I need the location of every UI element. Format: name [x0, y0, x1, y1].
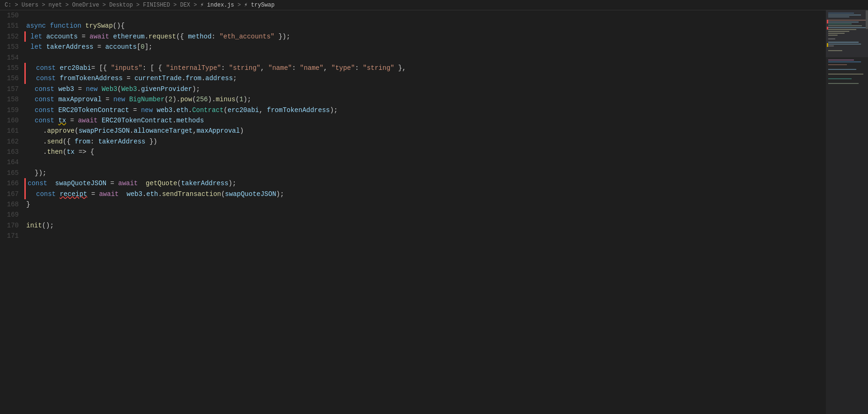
breadcrumb: C: > Users > nyet > OneDrive > Desktop >… — [0, 0, 868, 10]
code-line-157: const web3 = new Web3(Web3.givenProvider… — [24, 84, 826, 94]
ln-150: 150 — [6, 10, 19, 21]
ln-156: 156 — [6, 73, 19, 83]
svg-rect-25 — [828, 78, 852, 79]
editor-area: C: > Users > nyet > OneDrive > Desktop >… — [0, 0, 868, 414]
code-line-162: .send({ from: takerAddress }) — [24, 136, 826, 147]
svg-rect-19 — [866, 10, 868, 29]
ln-155: 155 — [6, 63, 19, 73]
ln-166: 166 — [6, 178, 19, 188]
svg-rect-23 — [828, 69, 856, 70]
svg-rect-18 — [826, 10, 868, 57]
svg-rect-27 — [827, 43, 828, 47]
svg-rect-20 — [828, 60, 854, 60]
svg-rect-22 — [828, 64, 847, 65]
ln-170: 170 — [6, 220, 19, 231]
ln-168: 168 — [6, 199, 19, 210]
code-line-153: let takerAddress = accounts[0]; — [24, 42, 826, 52]
ln-165: 165 — [6, 168, 19, 178]
code-line-150 — [24, 10, 826, 21]
ln-159: 159 — [6, 105, 19, 115]
code-lines: async function trySwap(){ let accounts =… — [24, 10, 826, 414]
code-line-166: const swapQuoteJSON = await getQuote(tak… — [24, 178, 826, 188]
code-line-152: let accounts = await ethereum.request({ … — [24, 31, 826, 42]
svg-rect-29 — [827, 27, 828, 30]
code-line-158: const maxApproval = new BigNumber(2).pow… — [24, 94, 826, 105]
breadcrumb-separator: > — [234, 2, 245, 8]
svg-rect-24 — [828, 74, 863, 75]
code-line-161: .approve(swapPriceJSON.allowanceTarget,m… — [24, 126, 826, 136]
code-line-168: } — [24, 199, 826, 210]
code-line-171 — [24, 231, 826, 241]
code-line-165: }); — [24, 168, 826, 178]
ln-153: 153 — [6, 42, 19, 52]
ln-163: 163 — [6, 147, 19, 157]
code-line-151: async function trySwap(){ — [24, 21, 826, 31]
ln-167: 167 — [6, 189, 19, 199]
svg-rect-26 — [828, 83, 859, 84]
breadcrumb-path: C: > Users > nyet > OneDrive > Desktop >… — [5, 2, 200, 8]
ln-154: 154 — [6, 53, 19, 63]
ln-157: 157 — [6, 84, 19, 94]
ln-169: 169 — [6, 210, 19, 220]
svg-rect-28 — [827, 20, 828, 23]
ln-171: 171 — [6, 231, 19, 241]
ln-164: 164 — [6, 157, 19, 167]
code-line-164 — [24, 157, 826, 167]
svg-rect-0 — [826, 10, 868, 414]
ln-161: 161 — [6, 126, 19, 136]
code-container: 150 151 152 153 154 155 156 157 158 159 … — [0, 10, 868, 414]
code-line-154 — [24, 53, 826, 63]
code-line-167: const receipt = await web3.eth.sendTrans… — [24, 189, 826, 199]
ln-160: 160 — [6, 115, 19, 126]
code-line-170: init(); — [24, 220, 826, 231]
ln-158: 158 — [6, 94, 19, 105]
breadcrumb-file: ⚡ index.js — [200, 2, 234, 8]
line-numbers: 150 151 152 153 154 155 156 157 158 159 … — [0, 10, 24, 414]
code-line-163: .then(tx => { — [24, 147, 826, 157]
code-line-156: const fromTokenAddress = currentTrade.fr… — [24, 73, 826, 83]
ln-152: 152 — [6, 31, 19, 42]
svg-rect-21 — [828, 61, 861, 62]
breadcrumb-symbol: ⚡ trySwap — [244, 2, 274, 8]
code-line-155: const erc20abi= [{ "inputs": [ { "intern… — [24, 63, 826, 73]
code-line-159: const ERC20TokenContract = new web3.eth.… — [24, 105, 826, 115]
ln-162: 162 — [6, 136, 19, 147]
ln-151: 151 — [6, 21, 19, 31]
minimap[interactable] — [826, 10, 868, 414]
code-line-169 — [24, 210, 826, 220]
code-line-160: const tx = await ERC20TokenContract.meth… — [24, 115, 826, 126]
